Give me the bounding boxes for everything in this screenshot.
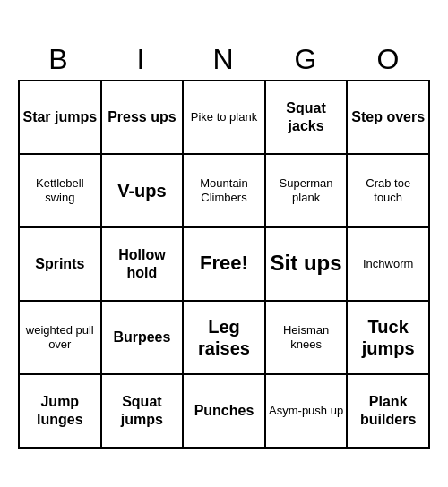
bingo-cell: Jump lunges [20, 375, 102, 449]
bingo-cell: Sprints [20, 228, 102, 302]
bingo-cell: Plank builders [348, 375, 430, 449]
bingo-cell: Squat jacks [266, 81, 349, 155]
bingo-cell: Crab toe touch [348, 155, 430, 228]
bingo-cell: Inchworm [348, 228, 430, 302]
bingo-cell: Sit ups [266, 228, 349, 302]
header-letter: N [183, 39, 265, 80]
bingo-header: BINGO [18, 39, 430, 80]
bingo-grid: Star jumpsPress upsPike to plankSquat ja… [18, 80, 430, 449]
bingo-cell: weighted pull over [20, 302, 102, 375]
header-letter: I [100, 39, 183, 80]
bingo-cell: Asym-push up [266, 375, 349, 449]
bingo-cell: Press ups [102, 81, 185, 155]
bingo-card: BINGO Star jumpsPress upsPike to plankSq… [18, 39, 430, 449]
bingo-cell: Punches [184, 375, 266, 449]
bingo-cell: Free! [184, 228, 266, 302]
bingo-cell: Hollow hold [102, 228, 185, 302]
header-letter: G [265, 39, 348, 80]
bingo-cell: Step overs [348, 81, 430, 155]
bingo-cell: V-ups [102, 155, 185, 228]
bingo-cell: Kettlebell swing [20, 155, 102, 228]
header-letter: B [18, 39, 100, 80]
bingo-cell: Leg raises [184, 302, 266, 375]
bingo-cell: Heisman knees [266, 302, 349, 375]
bingo-cell: Pike to plank [184, 81, 266, 155]
bingo-cell: Superman plank [266, 155, 349, 228]
bingo-cell: Tuck jumps [348, 302, 430, 375]
bingo-cell: Mountain Climbers [184, 155, 266, 228]
bingo-cell: Burpees [102, 302, 185, 375]
bingo-cell: Squat jumps [102, 375, 185, 449]
header-letter: O [348, 39, 430, 80]
bingo-cell: Star jumps [20, 81, 102, 155]
